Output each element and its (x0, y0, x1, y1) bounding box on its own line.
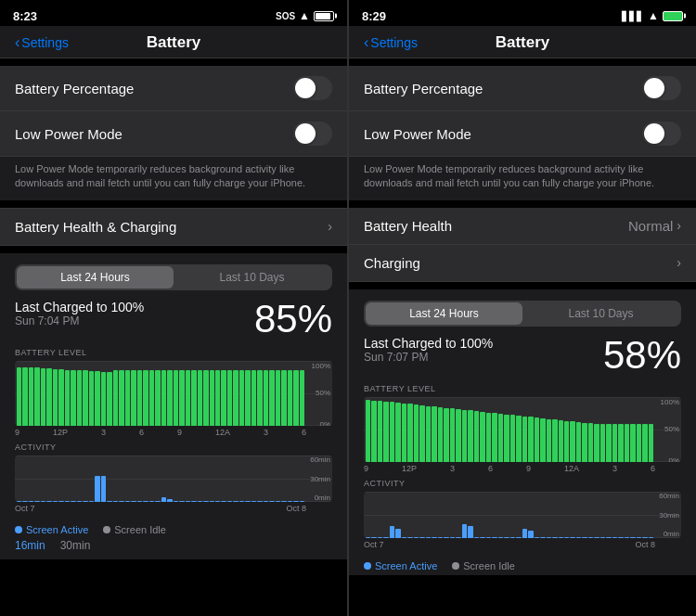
time-selector-right[interactable]: Last 24 Hours Last 10 Days (364, 301, 681, 327)
battery-level-visual-right: 100% 50% 0% (364, 397, 681, 462)
low-power-mode-label-right: Low Power Mode (364, 126, 471, 142)
charge-info-right: Last Charged to 100% Sun 7:07 PM 58% (364, 336, 681, 375)
charge-percent-left: 85% (254, 300, 332, 339)
battery-health-label-right: Battery Health (364, 218, 452, 234)
battery-icon-left (314, 11, 334, 21)
back-label-left: Settings (21, 35, 69, 50)
charging-chevron-right: › (677, 255, 681, 270)
low-power-description-left: Low Power Mode temporarily reduces backg… (0, 157, 347, 200)
battery-percentage-row-right[interactable]: Battery Percentage (349, 66, 696, 111)
grid-0-left: 0% (319, 420, 330, 426)
tab-10d-left[interactable]: Last 10 Days (174, 266, 330, 289)
grid-100-left: 100% (312, 362, 330, 370)
sos-label: SOS (276, 11, 295, 21)
act-grid-0-right: 0min (664, 530, 679, 538)
charge-title-left: Last Charged to 100% (15, 300, 144, 314)
charging-label-right: Charging (364, 255, 420, 271)
battery-percentage-label-left: Battery Percentage (15, 81, 134, 96)
tab-24h-right[interactable]: Last 24 Hours (366, 302, 522, 325)
tab-10d-right[interactable]: Last 10 Days (522, 302, 679, 325)
act-grid-30-left: 30min (310, 475, 330, 483)
low-power-mode-row-left[interactable]: Low Power Mode (0, 111, 347, 157)
battery-stats-left: Last 24 Hours Last 10 Days Last Charged … (0, 253, 347, 559)
charge-sub-left: Sun 7:04 PM (15, 314, 144, 327)
wifi-icon: ▲ (299, 9, 310, 22)
battery-percentage-row-left[interactable]: Battery Percentage (0, 66, 347, 111)
phone-panel-left: 8:23 SOS ▲ ‹ Settings Battery Battery Pe… (0, 0, 347, 616)
battery-bars-left (15, 361, 306, 426)
activity-chart-right: ACTIVITY 60min 30min 0min (364, 479, 681, 549)
activity-visual-left: 60min 30min 0min (15, 456, 332, 502)
phone-panel-right: 8:29 ▋▋▋ ▲ ‹ Settings Battery Battery Pe… (349, 0, 696, 616)
legend-screen-idle-left: Screen Idle (103, 524, 166, 535)
low-power-toggle-left[interactable] (293, 122, 332, 146)
legend-values-left: 16min 30min (15, 539, 332, 559)
date-axis-left: Oct 7 Oct 8 (15, 502, 332, 513)
battery-level-visual-left: 100% 50% 0% (15, 361, 332, 426)
low-power-mode-label-left: Low Power Mode (15, 126, 122, 142)
date-axis-right: Oct 7 Oct 8 (364, 538, 681, 549)
activity-bars-left (15, 456, 306, 502)
legend-screen-idle-right: Screen Idle (452, 560, 515, 571)
activity-visual-right: 60min 30min 0min (364, 492, 681, 538)
legend-dot-idle-right (452, 562, 459, 570)
activity-label-right: ACTIVITY (364, 479, 681, 488)
status-icons-right: ▋▋▋ ▲ (622, 9, 683, 22)
time-selector-left[interactable]: Last 24 Hours Last 10 Days (15, 264, 332, 290)
legend-dot-active-right (364, 562, 371, 570)
act-grid-0-left: 0min (315, 494, 330, 502)
legend-idle-label-right: Screen Idle (463, 560, 515, 571)
battery-health-chevron-left: › (328, 219, 332, 234)
grid-100-right: 100% (661, 398, 679, 406)
battery-percentage-toggle-left[interactable] (293, 76, 332, 100)
charge-text-right: Last Charged to 100% Sun 7:07 PM (364, 336, 493, 364)
signal-icon-right: ▋▋▋ (622, 11, 644, 21)
charge-percent-right: 58% (603, 336, 681, 375)
back-button-right[interactable]: ‹ Settings (364, 34, 418, 51)
battery-level-label-right: BATTERY LEVEL (364, 384, 681, 393)
status-icons-left: SOS ▲ (276, 9, 334, 22)
battery-health-row-right[interactable]: Battery Health Normal › (349, 208, 696, 245)
status-bar-left: 8:23 SOS ▲ (0, 0, 347, 26)
back-button-left[interactable]: ‹ Settings (15, 34, 69, 51)
screen-idle-value-left: 30min (60, 539, 91, 552)
battery-icon-right (663, 11, 683, 21)
battery-level-chart-right: BATTERY LEVEL 100% 50% 0% (364, 384, 681, 473)
legend-active-label-right: Screen Active (375, 560, 437, 571)
time-axis-right: 9 12P 3 6 9 12A 3 6 (364, 462, 681, 473)
activity-chart-left: ACTIVITY 60min 30min 0min (15, 443, 332, 513)
wifi-icon-right: ▲ (648, 9, 659, 22)
charge-info-left: Last Charged to 100% Sun 7:04 PM 85% (15, 300, 332, 339)
low-power-mode-row-right[interactable]: Low Power Mode (349, 111, 696, 157)
tab-24h-left[interactable]: Last 24 Hours (17, 266, 174, 289)
low-power-description-right: Low Power Mode temporarily reduces backg… (349, 157, 696, 200)
activity-bars-right (364, 492, 655, 538)
time-right: 8:29 (362, 9, 386, 23)
legend-idle-label-left: Screen Idle (114, 524, 166, 535)
status-bar-right: 8:29 ▋▋▋ ▲ (349, 0, 696, 26)
legend-screen-active-right: Screen Active (364, 560, 437, 571)
battery-level-label-left: BATTERY LEVEL (15, 348, 332, 357)
battery-health-value-right: Normal › (628, 218, 681, 234)
charge-text-left: Last Charged to 100% Sun 7:04 PM (15, 300, 144, 327)
back-label-right: Settings (370, 35, 418, 50)
legend-dot-idle-left (103, 526, 110, 533)
grid-0-right: 0% (668, 456, 679, 462)
battery-bars-right (364, 397, 655, 462)
battery-level-chart-left: BATTERY LEVEL 100% 50% 0% (15, 348, 332, 437)
battery-health-label-left: Battery Health & Charging (15, 219, 176, 235)
activity-label-left: ACTIVITY (15, 443, 332, 452)
legend-left: Screen Active Screen Idle (15, 519, 332, 539)
charging-row-right[interactable]: Charging › (349, 245, 696, 282)
low-power-toggle-right[interactable] (642, 122, 681, 146)
nav-bar-right: ‹ Settings Battery (349, 26, 696, 58)
charge-sub-right: Sun 7:07 PM (364, 351, 493, 364)
time-axis-left: 9 12P 3 6 9 12A 3 6 (15, 426, 332, 437)
act-grid-60-right: 60min (659, 492, 679, 500)
battery-percentage-toggle-right[interactable] (642, 76, 681, 100)
act-grid-60-left: 60min (310, 456, 330, 464)
charge-title-right: Last Charged to 100% (364, 336, 493, 351)
legend-dot-active-left (15, 526, 22, 533)
battery-health-row-left[interactable]: Battery Health & Charging › (0, 208, 347, 246)
legend-screen-active-left: Screen Active (15, 524, 88, 535)
